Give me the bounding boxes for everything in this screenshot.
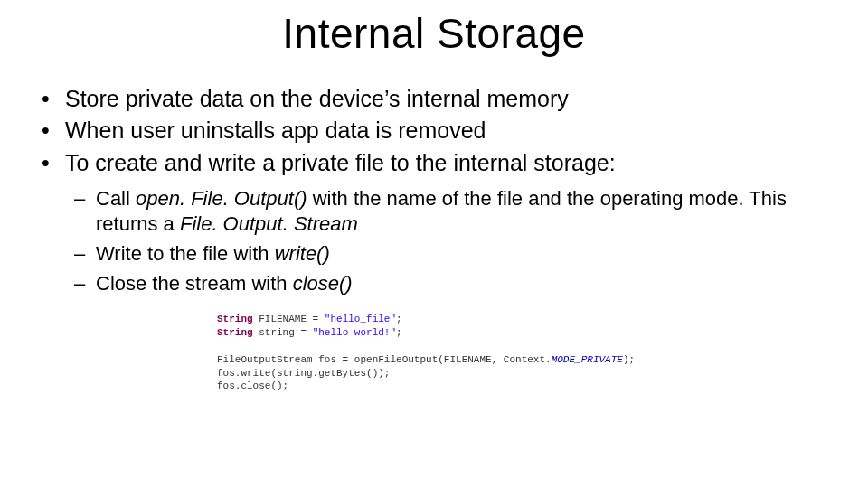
bullet-item: Store private data on the device’s inter… — [40, 85, 832, 113]
code-text: FileOutputStream fos = openFileOutput(FI… — [217, 354, 552, 365]
text-span: Call — [96, 187, 136, 210]
code-reference: File. Output. Stream — [180, 212, 358, 235]
code-text: fos.write(string.getBytes()); — [217, 368, 390, 379]
code-reference: close() — [293, 272, 353, 295]
sub-bullet-item: Write to the file with write() — [74, 241, 832, 267]
sub-bullet-item: Close the stream with close() — [74, 271, 832, 297]
code-string: "hello_file" — [325, 314, 396, 324]
code-reference: open. File. Output() — [136, 187, 307, 210]
code-keyword: String — [217, 327, 253, 338]
code-reference: write() — [275, 242, 330, 265]
slide-title: Internal Storage — [36, 9, 832, 58]
code-text: fos.close(); — [217, 380, 288, 391]
bullet-item: To create and write a private file to th… — [40, 149, 832, 177]
code-keyword: String — [217, 314, 253, 324]
sub-bullet-item: Call open. File. Output() with the name … — [74, 186, 832, 238]
text-span: Write to the file with — [96, 242, 275, 265]
text-span: Close the stream with — [96, 272, 293, 295]
code-text: ; — [396, 327, 402, 338]
code-snippet: String FILENAME = "hello_file"; String s… — [217, 313, 651, 393]
code-text: string = — [253, 327, 313, 338]
sub-bullet-list: Call open. File. Output() with the name … — [74, 186, 832, 296]
code-text: FILENAME = — [253, 314, 325, 324]
code-string: "hello world!" — [313, 327, 396, 338]
slide: Internal Storage Store private data on t… — [0, 0, 868, 488]
code-text: ; — [396, 314, 402, 324]
code-text: ); — [623, 354, 635, 365]
code-constant: MODE_PRIVATE — [552, 354, 623, 365]
bullet-item: When user uninstalls app data is removed — [40, 117, 832, 145]
main-bullet-list: Store private data on the device’s inter… — [40, 85, 832, 177]
